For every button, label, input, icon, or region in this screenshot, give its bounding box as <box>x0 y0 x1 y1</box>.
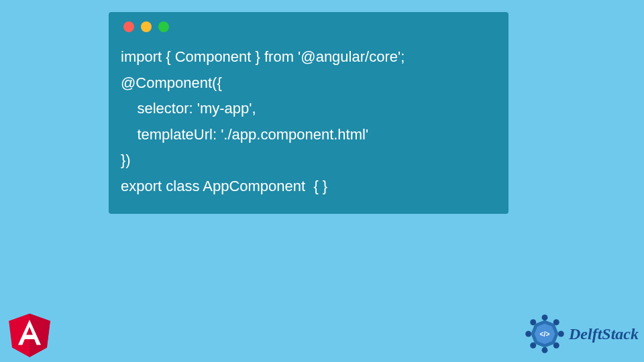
delftstack-badge-icon: </> <box>523 312 566 355</box>
code-line: templateUrl: './app.component.html' <box>121 126 368 143</box>
close-icon <box>123 21 134 32</box>
minimize-icon <box>141 21 152 32</box>
code-line: @Component({ <box>121 74 222 91</box>
delftstack-logo: </> DelftStack <box>523 312 639 355</box>
angular-logo-icon <box>5 310 54 358</box>
code-line: import { Component } from '@angular/core… <box>121 48 405 65</box>
code-window: import { Component } from '@angular/core… <box>109 12 508 214</box>
svg-text:</>: </> <box>540 330 550 338</box>
svg-point-2 <box>542 314 548 320</box>
code-line: }) <box>121 152 131 168</box>
svg-point-8 <box>525 331 531 337</box>
svg-point-4 <box>558 331 564 337</box>
code-block: import { Component } from '@angular/core… <box>121 44 496 199</box>
window-controls <box>123 21 496 32</box>
svg-point-6 <box>542 347 548 353</box>
maximize-icon <box>158 21 169 32</box>
code-line: selector: 'my-app', <box>121 100 256 117</box>
delftstack-brand-text: DelftStack <box>569 325 639 343</box>
code-line: export class AppComponent { } <box>121 178 327 194</box>
